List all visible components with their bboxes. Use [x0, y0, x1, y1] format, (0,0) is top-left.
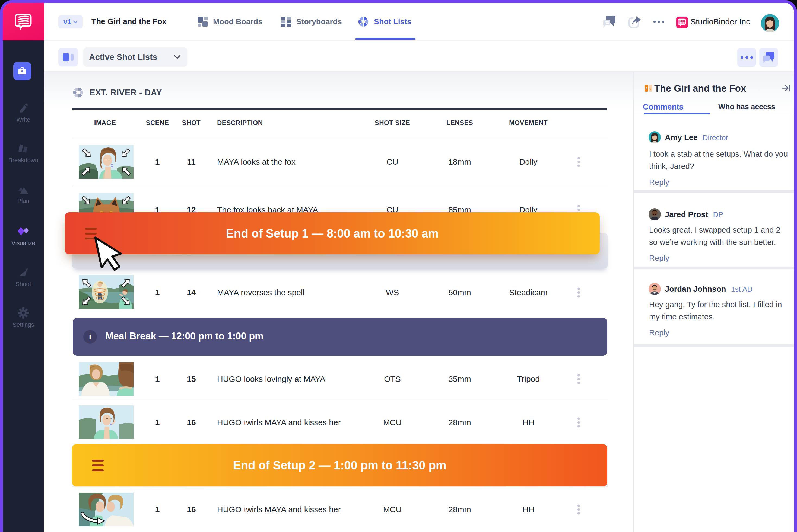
svg-text:v: v: [650, 87, 652, 90]
svg-text:A: A: [645, 87, 648, 90]
